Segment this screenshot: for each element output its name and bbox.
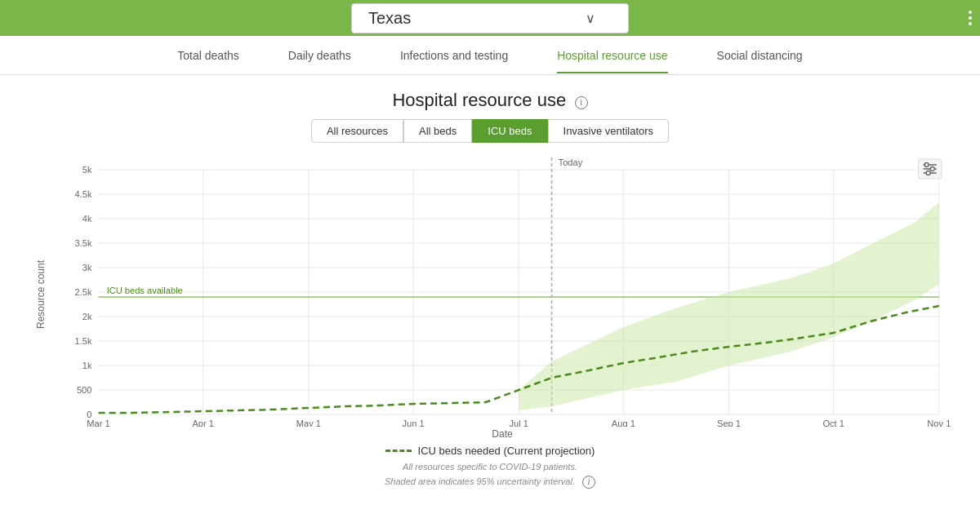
tab-infections-testing[interactable]: Infections and testing bbox=[400, 38, 508, 73]
filter-all-resources[interactable]: All resources bbox=[311, 119, 403, 143]
svg-text:500: 500 bbox=[77, 385, 92, 395]
nav-tabs: Total deaths Daily deaths Infections and… bbox=[0, 36, 980, 75]
tab-hospital-resource-use[interactable]: Hospital resource use bbox=[557, 38, 667, 73]
svg-point-45 bbox=[924, 163, 929, 167]
svg-text:Jul 1: Jul 1 bbox=[509, 419, 528, 427]
svg-text:Apr 1: Apr 1 bbox=[192, 419, 214, 427]
today-label: Today bbox=[559, 157, 583, 167]
footer-note-line2: Shaded area indicates 95% uncertainty in… bbox=[0, 475, 980, 490]
state-name: Texas bbox=[368, 9, 411, 28]
svg-text:Mar 1: Mar 1 bbox=[87, 419, 109, 427]
chart-svg: 5k 4.5k 4k 3.5k 3k 2.5k 2k 1.5k 1k 500 0… bbox=[49, 149, 956, 427]
svg-text:Jun 1: Jun 1 bbox=[402, 419, 424, 427]
svg-text:3.5k: 3.5k bbox=[74, 238, 91, 248]
legend-dashed-line bbox=[385, 450, 412, 452]
state-selector[interactable]: Texas ∨ bbox=[351, 3, 629, 33]
svg-text:4k: 4k bbox=[82, 214, 92, 224]
icu-beds-available-label: ICU beds available bbox=[107, 286, 183, 295]
svg-text:Nov 1: Nov 1 bbox=[927, 419, 951, 427]
page-title: Hospital resource use bbox=[392, 90, 566, 110]
svg-text:3k: 3k bbox=[82, 263, 92, 273]
header: Texas ∨ bbox=[0, 0, 980, 36]
chart-settings-icon[interactable] bbox=[919, 159, 942, 179]
legend-label: ICU beds needed (Current projection) bbox=[418, 445, 595, 457]
chart-wrap: 5k 4.5k 4k 3.5k 3k 2.5k 2k 1.5k 1k 500 0… bbox=[49, 149, 956, 427]
svg-text:2k: 2k bbox=[82, 312, 92, 321]
footer-note: All resources specific to COVID-19 patie… bbox=[0, 460, 980, 489]
tab-daily-deaths[interactable]: Daily deaths bbox=[288, 38, 351, 73]
page-title-area: Hospital resource use i bbox=[0, 75, 980, 119]
filter-all-beds[interactable]: All beds bbox=[403, 119, 472, 143]
x-axis-label: Date bbox=[49, 428, 956, 440]
svg-text:5k: 5k bbox=[82, 165, 92, 175]
svg-text:May 1: May 1 bbox=[296, 419, 321, 427]
svg-point-47 bbox=[926, 171, 930, 175]
page-info-icon[interactable]: i bbox=[575, 96, 588, 109]
filter-icu-beds[interactable]: ICU beds bbox=[472, 119, 547, 143]
svg-point-46 bbox=[930, 167, 934, 171]
filter-bar: All resources All beds ICU beds Invasive… bbox=[0, 119, 980, 143]
filter-invasive-ventilators[interactable]: Invasive ventilators bbox=[548, 119, 670, 143]
svg-text:2.5k: 2.5k bbox=[74, 287, 91, 297]
legend: ICU beds needed (Current projection) bbox=[0, 445, 980, 457]
tab-total-deaths[interactable]: Total deaths bbox=[177, 38, 239, 73]
y-axis-label: Resource count bbox=[35, 260, 47, 329]
footer-note-line1: All resources specific to COVID-19 patie… bbox=[0, 460, 980, 475]
chart-container: Resource count 5k 4.5k 4k 3.5k 3k 2.5k bbox=[0, 149, 980, 440]
chevron-down-icon: ∨ bbox=[586, 11, 595, 26]
header-menu-icon[interactable] bbox=[969, 11, 972, 25]
svg-text:1k: 1k bbox=[82, 361, 92, 370]
svg-text:1.5k: 1.5k bbox=[74, 336, 91, 346]
tab-social-distancing[interactable]: Social distancing bbox=[717, 38, 803, 73]
footer-info-icon[interactable]: i bbox=[582, 476, 595, 489]
svg-text:4.5k: 4.5k bbox=[74, 189, 91, 199]
svg-text:Sep 1: Sep 1 bbox=[717, 419, 741, 427]
svg-text:Oct 1: Oct 1 bbox=[822, 419, 844, 427]
svg-text:Aug 1: Aug 1 bbox=[612, 419, 635, 427]
